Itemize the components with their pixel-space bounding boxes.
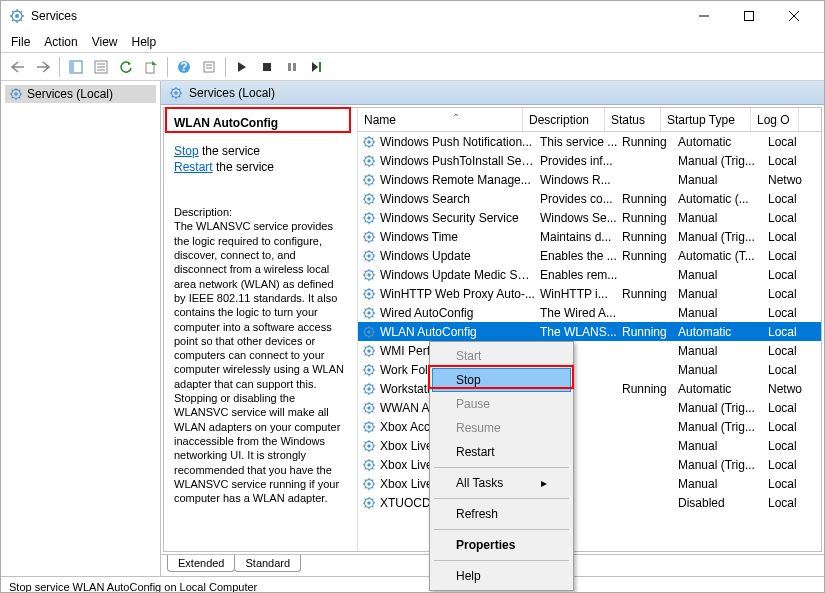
help-button[interactable]: ? (173, 56, 195, 78)
selected-service-title: WLAN AutoConfig (174, 116, 347, 130)
gear-icon (362, 268, 376, 282)
cell-logon: Local (768, 325, 816, 339)
col-startup[interactable]: Startup Type (661, 108, 751, 131)
cell-desc: WinHTTP i... (540, 287, 622, 301)
service-row[interactable]: Windows SearchProvides co...RunningAutom… (358, 189, 821, 208)
cell-status: Running (622, 325, 678, 339)
gear-icon (362, 249, 376, 263)
ctx-pause: Pause (432, 392, 571, 416)
cell-startup: Manual (678, 477, 768, 491)
service-row[interactable]: WLAN AutoConfigThe WLANS...RunningAutoma… (358, 322, 821, 341)
service-row[interactable]: Xbox Livevice ...Manual (Trig...Local (358, 455, 821, 474)
cell-status: Running (622, 211, 678, 225)
gear-icon (362, 287, 376, 301)
service-row[interactable]: Wired AutoConfigThe Wired A...ManualLoca… (358, 303, 821, 322)
tab-standard[interactable]: Standard (234, 555, 301, 572)
gear-icon (362, 135, 376, 149)
service-row[interactable]: Windows PushToInstall Serv...Provides in… (358, 151, 821, 170)
service-row[interactable]: Xbox Accevice ...Manual (Trig...Local (358, 417, 821, 436)
cell-startup: Disabled (678, 496, 768, 510)
cell-startup: Automatic (678, 325, 768, 339)
properties-button[interactable] (90, 56, 112, 78)
gear-icon (362, 401, 376, 415)
service-row[interactable]: WMI Perfos pe...ManualLocal (358, 341, 821, 360)
gear-icon (362, 382, 376, 396)
service-row[interactable]: XTUOCDrivDisabledLocal (358, 493, 821, 512)
cell-startup: Automatic (678, 135, 768, 149)
col-name[interactable]: Nameˆ (358, 108, 523, 131)
service-row[interactable]: Workstatiand ...RunningAutomaticNetwo (358, 379, 821, 398)
menu-file[interactable]: File (11, 35, 30, 49)
cell-logon: Local (768, 420, 816, 434)
menu-view[interactable]: View (92, 35, 118, 49)
gear-icon (362, 363, 376, 377)
back-button[interactable] (7, 56, 29, 78)
gear-icon (362, 230, 376, 244)
close-button[interactable] (771, 2, 816, 30)
service-row[interactable]: WWAN Auvice ...Manual (Trig...Local (358, 398, 821, 417)
cell-startup: Manual (678, 344, 768, 358)
cell-desc: The WLANS... (540, 325, 622, 339)
menu-help[interactable]: Help (132, 35, 157, 49)
service-row[interactable]: Xbox Lives au...ManualLocal (358, 436, 821, 455)
properties-2-button[interactable] (198, 56, 220, 78)
service-row[interactable]: WinHTTP Web Proxy Auto-...WinHTTP i...Ru… (358, 284, 821, 303)
pane-header-label: Services (Local) (189, 86, 275, 100)
restart-link[interactable]: Restart (174, 160, 213, 174)
minimize-button[interactable] (681, 2, 726, 30)
cell-name: Windows Security Service (380, 211, 540, 225)
ctx-stop[interactable]: Stop (432, 368, 571, 392)
start-service-button[interactable] (231, 56, 253, 78)
service-row[interactable]: Xbox Livevice ...ManualLocal (358, 474, 821, 493)
title-bar: Services (1, 1, 824, 31)
service-row[interactable]: Windows Security ServiceWindows Se...Run… (358, 208, 821, 227)
col-status[interactable]: Status (605, 108, 661, 131)
refresh-button[interactable] (115, 56, 137, 78)
col-description[interactable]: Description (523, 108, 605, 131)
cell-startup: Manual (678, 306, 768, 320)
cell-name: Windows Time (380, 230, 540, 244)
pane-header: Services (Local) (161, 81, 824, 105)
app-icon (9, 8, 25, 24)
cell-name: Wired AutoConfig (380, 306, 540, 320)
ctx-all-tasks[interactable]: All Tasks▸ (432, 471, 571, 495)
ctx-refresh[interactable]: Refresh (432, 502, 571, 526)
cell-logon: Local (768, 249, 816, 263)
cell-name: Windows Update (380, 249, 540, 263)
ctx-properties[interactable]: Properties (432, 533, 571, 557)
cell-logon: Netwo (768, 382, 816, 396)
tab-extended[interactable]: Extended (167, 555, 235, 572)
ctx-help[interactable]: Help (432, 564, 571, 588)
cell-name: WinHTTP Web Proxy Auto-... (380, 287, 540, 301)
cell-logon: Local (768, 344, 816, 358)
restart-service-button[interactable] (306, 56, 328, 78)
ctx-restart[interactable]: Restart (432, 440, 571, 464)
cell-logon: Netwo (768, 173, 816, 187)
menu-action[interactable]: Action (44, 35, 77, 49)
tree-item-services-local[interactable]: Services (Local) (5, 85, 156, 103)
service-row[interactable]: Windows Update Medic Ser...Enables rem..… (358, 265, 821, 284)
cell-logon: Local (768, 477, 816, 491)
maximize-button[interactable] (726, 2, 771, 30)
gear-icon (362, 192, 376, 206)
cell-logon: Local (768, 306, 816, 320)
stop-link[interactable]: Stop (174, 144, 199, 158)
service-row[interactable]: Windows UpdateEnables the ...RunningAuto… (358, 246, 821, 265)
show-hide-tree-button[interactable] (65, 56, 87, 78)
gear-icon (362, 344, 376, 358)
export-button[interactable] (140, 56, 162, 78)
cell-logon: Local (768, 211, 816, 225)
col-logon[interactable]: Log O (751, 108, 799, 131)
cell-desc: Maintains d... (540, 230, 622, 244)
cell-startup: Manual (678, 268, 768, 282)
stop-service-button[interactable] (256, 56, 278, 78)
forward-button[interactable] (32, 56, 54, 78)
service-row[interactable]: Windows Remote Manage...Windows R...Manu… (358, 170, 821, 189)
service-row[interactable]: Windows Push Notification...This service… (358, 132, 821, 151)
service-row[interactable]: Windows TimeMaintains d...RunningManual … (358, 227, 821, 246)
cell-desc: Enables the ... (540, 249, 622, 263)
gear-icon (9, 87, 23, 101)
pause-service-button[interactable] (281, 56, 303, 78)
service-row[interactable]: Work Foldvice ...ManualLocal (358, 360, 821, 379)
tree-item-label: Services (Local) (27, 87, 113, 101)
